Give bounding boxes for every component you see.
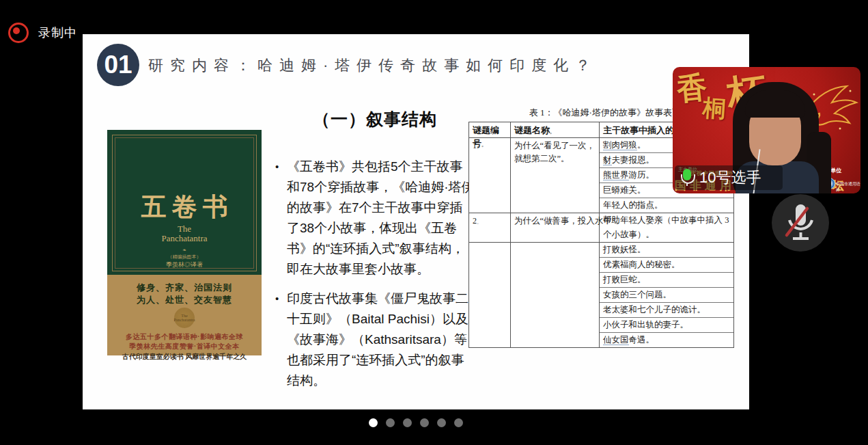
cell-stories: 打败妖怪。 优素福商人的秘密。 打败巨蛇。 女孩的三个问题。 老太婆和七个儿子的…: [600, 243, 734, 348]
recording-label: 录制中: [38, 25, 77, 41]
microphone-muted-button[interactable]: [772, 194, 829, 252]
recording-indicator[interactable]: 录制中: [8, 23, 77, 43]
mic-active-icon: [680, 168, 694, 187]
table-row: 打败妖怪。 优素福商人的秘密。 打败巨蛇。 女孩的三个问题。 老太婆和七个儿子的…: [469, 243, 735, 348]
cell-riddle-name: [511, 243, 600, 348]
book-band-line2: 为人、处世、交友智慧: [107, 294, 262, 306]
pagination-dot[interactable]: [369, 418, 378, 427]
cell-stories: 帮助年轻人娶亲（中故事中插入 3 个小故事）。: [600, 213, 734, 243]
book-translator: 季羡林◎译著: [107, 260, 262, 269]
story-item: 小伙子和出轨的妻子。: [600, 318, 733, 333]
section-block: （一）叙事结构 《五卷书》共包括5个主干故事和78个穿插故事，《哈迪姆·塔伊的故…: [275, 108, 475, 400]
banner-calligraphy: 桐: [701, 92, 727, 125]
book-cover: 五卷书 The Panchatantra ❧ （精编插图本） 季羡林◎译著 修身…: [107, 130, 262, 355]
book-edition: （精编插图本）: [107, 254, 262, 260]
story-item: 帮助年轻人娶亲（中故事中插入 3 个小故事）。: [600, 213, 733, 242]
book-ornament-icon: ❧: [107, 247, 262, 253]
recording-icon: [8, 23, 29, 43]
book-promo-line2: 季羡林先生高度赞誉·首译中文全本: [107, 342, 262, 351]
cell-riddle-name: 为什么“看见了一次，就想第二次”。: [511, 138, 600, 213]
pagination-dot[interactable]: [386, 418, 395, 427]
presenter-hair-fringe: [745, 90, 805, 118]
bullet-list: 《五卷书》共包括5个主干故事和78个穿插故事，《哈迪姆·塔伊的故事》在7个主干故…: [275, 157, 475, 391]
story-item: 打败妖怪。: [600, 243, 733, 258]
participant-name: 10号选手: [699, 167, 761, 188]
story-item: 老太婆和七个儿子的诡计。: [600, 303, 733, 318]
book-promo-line1: 多达五十多个翻译语种·影响遍布全球: [107, 332, 262, 342]
participant-name-badge: 10号选手: [675, 165, 783, 190]
pagination: [369, 418, 463, 427]
book-cover-top: 五卷书 The Panchatantra ❧ （精编插图本） 季羡林◎译著: [107, 130, 262, 275]
book-subtitle: The Panchatantra: [107, 224, 262, 243]
slide-number-badge: 01: [97, 44, 139, 86]
book-band-line1: 修身、齐家、治国法则: [107, 282, 262, 294]
bullet-item: 《五卷书》共包括5个主干故事和78个穿插故事，《哈迪姆·塔伊的故事》在7个主干故…: [275, 157, 475, 280]
header-riddle-id: 谜题编号: [469, 122, 511, 138]
presentation-slide: 01 研究内容：哈迪姆·塔伊传奇故事如何印度化？ 五卷书 The Panchat…: [83, 34, 749, 409]
story-item: 仙女国奇遇。: [600, 333, 733, 347]
section-heading: （一）叙事结构: [275, 108, 475, 131]
cell-riddle-id: 1: [469, 138, 511, 213]
cell-riddle-name: 为什么“做善事，投入水中”。: [511, 213, 600, 243]
mic-muted-icon: [772, 194, 829, 252]
story-item: 优素福商人的秘密。: [600, 258, 733, 273]
table-row: 2 为什么“做善事，投入水中”。 帮助年轻人娶亲（中故事中插入 3 个小故事）。: [469, 213, 735, 243]
book-seal-icon: The Panchatantra: [174, 308, 195, 328]
slide-title: 研究内容：哈迪姆·塔伊传奇故事如何印度化？: [148, 55, 597, 76]
pagination-dot[interactable]: [454, 418, 463, 427]
webcam-video-tile[interactable]: 香 桐 杯 庆祝中国现代外 周年 国非通用 术论坛 主办单位 |指导单位 中国非…: [673, 67, 860, 193]
book-title: 五卷书: [107, 190, 262, 224]
story-item: 年轻人的指点。: [600, 198, 733, 213]
bullet-item: 印度古代故事集《僵尸鬼故事二十五则》（Baital Pachisi）以及《故事海…: [275, 288, 475, 391]
story-item: 打败巨蛇。: [600, 273, 733, 288]
pagination-dot[interactable]: [437, 418, 446, 427]
cell-riddle-id: 2: [469, 213, 511, 243]
header-riddle-name: 谜题名称: [511, 122, 600, 138]
book-promo-line3: 古代印度皇室必读书 风靡世界逾千年之久: [107, 352, 262, 362]
book-cover-bottom: 修身、齐家、治国法则 为人、处世、交友智慧 The Panchatantra 多…: [107, 275, 262, 355]
pagination-dot[interactable]: [403, 418, 412, 427]
story-item: 女孩的三个问题。: [600, 288, 733, 303]
banner-logo-text: 中国非通用语种: [836, 181, 860, 193]
pagination-dot[interactable]: [420, 418, 429, 427]
cell-riddle-id: [469, 243, 511, 348]
